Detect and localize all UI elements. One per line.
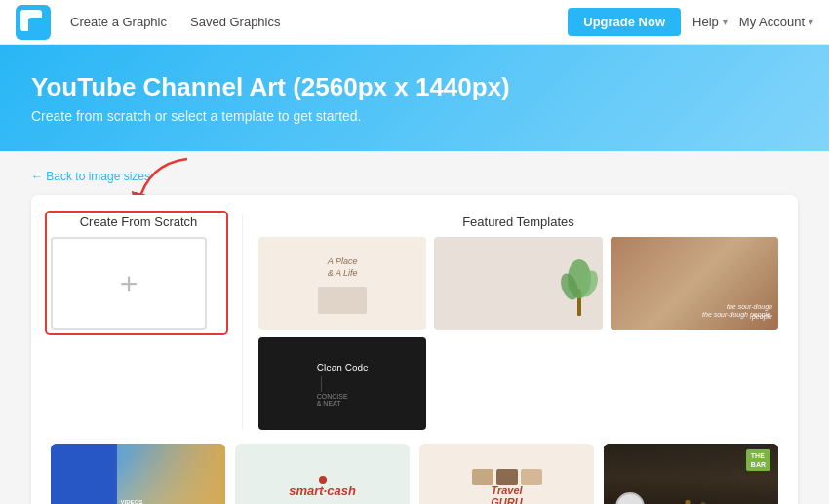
guru-images [472, 469, 542, 485]
section-divider [242, 214, 243, 430]
template-sourdough[interactable]: the sour-doughpeople [611, 237, 778, 330]
smartcash-content: smart·cash [289, 474, 356, 499]
brown-bg [611, 237, 778, 330]
bar-bottles [677, 500, 705, 504]
plant-icon [560, 250, 599, 318]
navbar: Create a Graphic Saved Graphics Upgrade … [0, 0, 829, 45]
template-bar[interactable]: THEBAR [604, 444, 778, 504]
cleancode-title: Clean Code [317, 362, 369, 375]
nav-create-link[interactable]: Create a Graphic [62, 11, 175, 33]
back-link[interactable]: ← Back to image sizes [31, 170, 150, 183]
nav-help[interactable]: Help ▾ [692, 15, 728, 29]
guru-img-3 [521, 469, 542, 485]
cleancode-sub: CONCISE& NEAT [317, 393, 369, 407]
bottle-2 [685, 500, 690, 504]
dark-divider [321, 376, 322, 392]
guru-img-1 [472, 469, 493, 485]
beige-decoration [318, 287, 367, 314]
nav-account[interactable]: My Account ▾ [739, 15, 813, 29]
guru-subtitle: GURU [472, 496, 542, 504]
template-smartcash[interactable]: smart·cash [235, 444, 410, 504]
bottom-templates-row: VIDEOSWORTHWATCHING. smart·cash [51, 444, 778, 504]
scratch-label: Create From Scratch [51, 214, 226, 229]
beach-text: VIDEOSWORTHWATCHING. [121, 499, 154, 504]
featured-section: Featured Templates A Place& A Life [258, 214, 778, 430]
template-cleancode[interactable]: Clean Code CONCISE& NEAT [258, 337, 426, 430]
scratch-section: Create From Scratch + [51, 214, 226, 330]
plus-icon: + [120, 268, 138, 299]
templates-top-row: Create From Scratch + Featured Templates… [51, 214, 778, 430]
main-content: ← Back to image sizes Create From Scratc… [0, 151, 829, 504]
nav-saved-link[interactable]: Saved Graphics [182, 11, 289, 33]
nav-links: Create a Graphic Saved Graphics [62, 11, 568, 33]
bar-interior-img: THEBAR [604, 444, 778, 504]
featured-templates-grid: A Place& A Life [258, 237, 778, 430]
templates-card: Create From Scratch + Featured Templates… [31, 195, 798, 504]
smartcash-dot [319, 476, 327, 484]
smartcash-text: smart·cash [289, 484, 356, 499]
hero-banner: YouTube Channel Art (2560px x 1440px) Cr… [0, 45, 829, 151]
template-plant[interactable] [434, 237, 602, 330]
help-chevron-icon: ▾ [723, 17, 728, 27]
template-guru[interactable]: Travel GURU [419, 444, 594, 504]
bar-badge: THEBAR [746, 449, 770, 471]
featured-label: Featured Templates [258, 214, 778, 229]
app-logo[interactable] [16, 5, 51, 40]
dark-content: Clean Code CONCISE& NEAT [317, 362, 369, 407]
template-beige-text: A Place& A Life [324, 252, 362, 283]
guru-img-2 [496, 469, 518, 485]
beach-gradient [51, 444, 225, 504]
scratch-box[interactable]: + [51, 237, 207, 330]
template-beach[interactable]: VIDEOSWORTHWATCHING. [51, 444, 225, 504]
hero-subtitle: Create from scratch or select a template… [31, 108, 798, 124]
guru-title: Travel [472, 485, 542, 496]
account-chevron-icon: ▾ [809, 17, 813, 27]
guru-content: Travel GURU [472, 465, 542, 504]
content-area: Create From Scratch + Featured Templates… [31, 195, 798, 504]
template-beige[interactable]: A Place& A Life [258, 237, 426, 330]
sourdough-text: the sour-doughpeople [727, 302, 772, 322]
hero-title: YouTube Channel Art (2560px x 1440px) [31, 72, 798, 102]
upgrade-button[interactable]: Upgrade Now [568, 8, 681, 36]
nav-right: Upgrade Now Help ▾ My Account ▾ [568, 8, 813, 36]
